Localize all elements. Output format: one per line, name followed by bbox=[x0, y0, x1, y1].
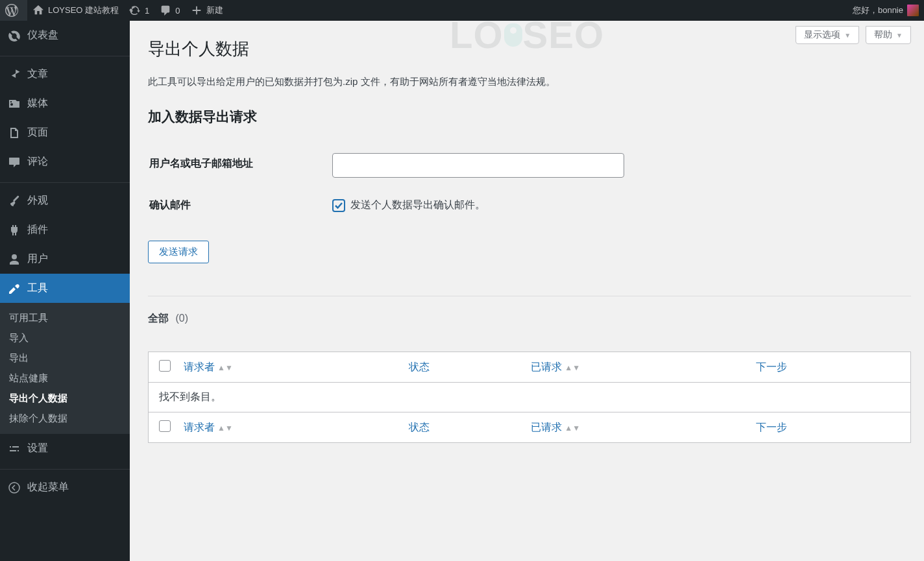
updates-link[interactable]: 1 bbox=[124, 0, 154, 21]
section-title: 加入数据导出请求 bbox=[148, 108, 911, 126]
col-requester-footer[interactable]: 请求者▲▼ bbox=[177, 412, 402, 443]
col-requested[interactable]: 已请求▲▼ bbox=[524, 352, 749, 383]
menu-users[interactable]: 用户 bbox=[0, 245, 130, 274]
site-name-text: LOYSEO 建站教程 bbox=[48, 5, 119, 16]
confirm-label: 确认邮件 bbox=[149, 187, 324, 224]
plus-icon bbox=[191, 5, 202, 16]
separator bbox=[0, 180, 130, 183]
avatar bbox=[907, 5, 919, 16]
col-next-footer: 下一步 bbox=[749, 412, 910, 443]
submenu-available-tools[interactable]: 可用工具 bbox=[0, 308, 130, 328]
screen-options-label: 显示选项 bbox=[804, 29, 840, 41]
page-icon bbox=[8, 126, 21, 139]
screen-options-button[interactable]: 显示选项 ▼ bbox=[796, 26, 859, 44]
plugin-icon bbox=[8, 224, 21, 237]
menu-dashboard[interactable]: 仪表盘 bbox=[0, 21, 130, 50]
sort-icon: ▲▼ bbox=[217, 363, 233, 372]
confirm-checkbox-wrap[interactable]: 发送个人数据导出确认邮件。 bbox=[332, 198, 903, 212]
menu-plugins[interactable]: 插件 bbox=[0, 215, 130, 245]
menu-tools-label: 工具 bbox=[27, 281, 48, 295]
col-status: 状态 bbox=[402, 352, 524, 383]
refresh-icon bbox=[129, 5, 141, 16]
updates-count: 1 bbox=[145, 6, 149, 16]
comment-icon bbox=[160, 5, 171, 16]
col-requester-label: 请求者 bbox=[184, 422, 215, 433]
menu-posts-label: 文章 bbox=[27, 67, 48, 81]
media-icon bbox=[8, 97, 21, 110]
select-all-checkbox-footer[interactable] bbox=[159, 420, 171, 432]
filter-all-count: (0) bbox=[175, 313, 188, 324]
greeting-text: 您好，bonnie bbox=[853, 5, 903, 16]
settings-icon bbox=[8, 442, 21, 455]
screen-meta-links: 显示选项 ▼ 帮助 ▼ bbox=[796, 26, 911, 44]
separator bbox=[0, 53, 130, 56]
new-content-link[interactable]: 新建 bbox=[186, 0, 228, 21]
menu-settings[interactable]: 设置 bbox=[0, 434, 130, 463]
menu-media-label: 媒体 bbox=[27, 97, 48, 110]
select-all-checkbox[interactable] bbox=[159, 360, 171, 372]
submenu-export[interactable]: 导出 bbox=[0, 348, 130, 368]
divider bbox=[148, 296, 911, 296]
menu-plugins-label: 插件 bbox=[27, 223, 48, 237]
menu-comments[interactable]: 评论 bbox=[0, 147, 130, 176]
separator bbox=[0, 466, 130, 470]
menu-settings-label: 设置 bbox=[27, 442, 48, 455]
brush-icon bbox=[8, 195, 21, 208]
menu-posts[interactable]: 文章 bbox=[0, 60, 130, 89]
col-next: 下一步 bbox=[749, 352, 910, 383]
account-link[interactable]: 您好，bonnie bbox=[847, 0, 924, 21]
send-request-button[interactable]: 发送请求 bbox=[148, 241, 209, 263]
menu-pages[interactable]: 页面 bbox=[0, 118, 130, 147]
submenu-site-health[interactable]: 站点健康 bbox=[0, 368, 130, 388]
table-header-row: 请求者▲▼ 状态 已请求▲▼ 下一步 bbox=[149, 352, 911, 383]
table-footer-row: 请求者▲▼ 状态 已请求▲▼ 下一步 bbox=[149, 412, 911, 443]
col-requester-label: 请求者 bbox=[184, 361, 215, 372]
col-requester[interactable]: 请求者▲▼ bbox=[177, 352, 402, 383]
wrench-icon bbox=[8, 282, 21, 295]
comments-link[interactable]: 0 bbox=[154, 0, 185, 21]
confirm-text: 发送个人数据导出确认邮件。 bbox=[350, 198, 485, 212]
tools-submenu: 可用工具 导入 导出 站点健康 导出个人数据 抹除个人数据 bbox=[0, 303, 130, 434]
requests-table: 请求者▲▼ 状态 已请求▲▼ 下一步 找不到条目。 请求者▲▼ 状态 已请求▲▼… bbox=[148, 352, 911, 443]
sort-icon: ▲▼ bbox=[217, 424, 233, 433]
site-name-link[interactable]: LOYSEO 建站教程 bbox=[27, 0, 124, 21]
menu-comments-label: 评论 bbox=[27, 155, 48, 169]
collapse-icon bbox=[8, 481, 21, 494]
page-description: 此工具可以导出给定用户的已知数据并打包为.zip 文件，有助于网站所有者遵守当地… bbox=[148, 76, 911, 88]
menu-collapse-label: 收起菜单 bbox=[27, 481, 69, 494]
filter-all-link[interactable]: 全部 bbox=[148, 313, 169, 324]
comment-icon bbox=[8, 156, 21, 169]
home-icon bbox=[32, 5, 44, 16]
no-items-row: 找不到条目。 bbox=[149, 383, 911, 412]
new-label: 新建 bbox=[206, 5, 223, 16]
form-table: 用户名或电子邮箱地址 确认邮件 发送个人数据导出确认邮件。 bbox=[148, 144, 911, 225]
wp-logo[interactable] bbox=[0, 0, 27, 21]
col-requested-footer[interactable]: 已请求▲▼ bbox=[524, 412, 749, 443]
pin-icon bbox=[8, 68, 21, 81]
comments-count: 0 bbox=[175, 6, 180, 16]
menu-users-label: 用户 bbox=[27, 252, 48, 266]
menu-pages-label: 页面 bbox=[27, 126, 48, 139]
checkbox-checked-icon bbox=[332, 199, 345, 212]
username-input[interactable] bbox=[332, 153, 624, 178]
no-items-text: 找不到条目。 bbox=[149, 383, 911, 412]
svg-point-0 bbox=[9, 483, 19, 493]
menu-media[interactable]: 媒体 bbox=[0, 89, 130, 118]
menu-appearance-label: 外观 bbox=[27, 194, 48, 208]
menu-tools[interactable]: 工具 bbox=[0, 274, 130, 303]
col-requested-label: 已请求 bbox=[531, 422, 562, 433]
help-label: 帮助 bbox=[874, 29, 892, 41]
submenu-export-personal-data[interactable]: 导出个人数据 bbox=[0, 388, 130, 409]
triangle-down-icon: ▼ bbox=[844, 32, 851, 39]
triangle-down-icon: ▼ bbox=[896, 32, 903, 39]
filter-links: 全部 (0) bbox=[148, 312, 911, 326]
menu-collapse[interactable]: 收起菜单 bbox=[0, 473, 130, 502]
submenu-import[interactable]: 导入 bbox=[0, 328, 130, 348]
sort-icon: ▲▼ bbox=[565, 424, 580, 433]
help-button[interactable]: 帮助 ▼ bbox=[866, 26, 911, 44]
dashboard-icon bbox=[8, 29, 21, 42]
menu-appearance[interactable]: 外观 bbox=[0, 186, 130, 215]
content-area: LOSEO 显示选项 ▼ 帮助 ▼ 导出个人数据 此工具可以导出给定用户的已知数… bbox=[130, 0, 924, 561]
submenu-erase-personal-data[interactable]: 抹除个人数据 bbox=[0, 409, 130, 429]
admin-bar: LOYSEO 建站教程 1 0 新建 您好，bonnie bbox=[0, 0, 924, 21]
